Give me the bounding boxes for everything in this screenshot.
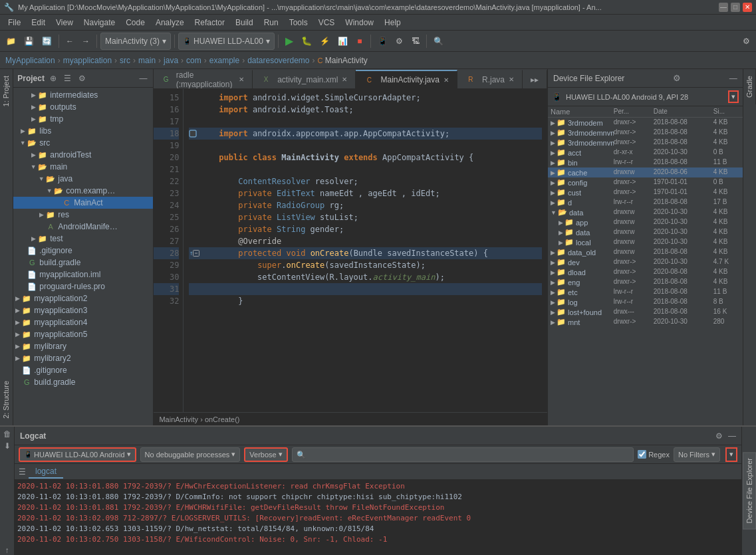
tree-item-outputs[interactable]: ▶ 📁 outputs	[13, 101, 153, 113]
menu-window[interactable]: Window	[340, 17, 379, 29]
structure-tab[interactable]: 2: Structure	[0, 374, 13, 425]
tab-gradle-close[interactable]: ✕	[239, 76, 244, 83]
header-icon1[interactable]: ⊕	[47, 72, 59, 84]
tree-item-myappiml[interactable]: 📄 myapplication.iml	[13, 269, 153, 280]
tab-rjava-close[interactable]: ✕	[509, 76, 514, 83]
menu-edit[interactable]: Edit	[26, 17, 51, 29]
fe-row-cust[interactable]: ▶📁cust drwxr->1970-01-014 KB	[548, 187, 743, 197]
menu-refactor[interactable]: Refactor	[189, 17, 230, 29]
breadcrumb-myapplication2[interactable]: myapplication	[63, 56, 112, 65]
menu-help[interactable]: Help	[379, 17, 406, 29]
device-explorer-gear[interactable]: ⚙	[673, 73, 681, 83]
tree-item-myapp3[interactable]: ▶ 📁 myapplication3	[13, 304, 153, 316]
device-explorer-minimize[interactable]: —	[729, 74, 737, 83]
code-content[interactable]: import android.widget.SimpleCursorAdapte…	[184, 89, 547, 412]
minimize-button[interactable]: —	[719, 3, 728, 12]
tree-item-intermediates[interactable]: ▶ 📁 intermediates	[13, 89, 153, 101]
fe-row-d[interactable]: ▶📁d lrw-r--r2018-08-0817 B	[548, 197, 743, 207]
tree-item-androidtest[interactable]: ▶ 📁 androidTest	[13, 149, 153, 161]
profile-button[interactable]: 📊	[334, 33, 351, 50]
tree-item-buildgradle2[interactable]: G build.gradle	[13, 376, 153, 388]
device-dropdown[interactable]: 📱 HUAWEI LLD-AL00 ▾	[178, 33, 275, 50]
menu-code[interactable]: Code	[120, 17, 150, 29]
tree-item-myapp2[interactable]: ▶ 📁 myapplication2	[13, 292, 153, 304]
stop-button[interactable]: ■	[352, 33, 367, 50]
tab-gradle[interactable]: G radle (:myapplication) ✕	[154, 70, 253, 88]
fe-row-config[interactable]: ▶📁config drwxr->1970-01-010 B	[548, 177, 743, 187]
toolbar-back[interactable]: ←	[63, 33, 77, 50]
toolbar-settings[interactable]: ⚙	[739, 33, 753, 50]
logcat-icon-clear[interactable]: 🗑	[3, 429, 11, 439]
fe-row-lost-found[interactable]: ▶📁lost+found drwx---2018-08-0816 K	[548, 307, 743, 317]
device-select-dropdown[interactable]: 📱 HUAWEI LLD-AL00 Android ▾	[19, 447, 136, 462]
logcat-icon-up[interactable]: ↑	[5, 546, 9, 555]
breadcrumb-dataresoverdemo[interactable]: dataresoverdemo	[247, 56, 309, 65]
fe-row-bin[interactable]: ▶📁bin lrw-r--r2018-08-0811 B	[548, 158, 743, 167]
menu-navigate[interactable]: Navigate	[78, 17, 120, 29]
toolbar-forward[interactable]: →	[78, 33, 93, 50]
tree-item-src[interactable]: ▼ 📂 src	[13, 137, 153, 149]
tree-item-gitignore[interactable]: 📄 .gitignore	[13, 245, 153, 257]
filters-dropdown-extra[interactable]: ▾	[725, 447, 737, 462]
tree-item-res[interactable]: ▶ 📁 res	[13, 209, 153, 221]
project-tab[interactable]: 1: Project	[0, 69, 13, 113]
breadcrumb-com[interactable]: com	[186, 56, 201, 65]
toolbar-search[interactable]: 🔍	[430, 33, 447, 50]
tree-item-tmp[interactable]: ▶ 📁 tmp	[13, 113, 153, 125]
toolbar-save[interactable]: 💾	[21, 33, 37, 50]
tree-item-myapp5[interactable]: ▶ 📁 myapplication5	[13, 328, 153, 340]
menu-build[interactable]: Build	[230, 17, 259, 29]
tab-java-close[interactable]: ✕	[443, 76, 449, 84]
fe-row-cache[interactable]: ▶📁cache drwxrw2020-08-064 KB	[548, 167, 743, 177]
menu-tools[interactable]: Tools	[284, 17, 313, 29]
header-minimize[interactable]: —	[137, 72, 149, 84]
project-structure[interactable]: 🏗	[408, 33, 423, 50]
header-icon3[interactable]: ⚙	[76, 72, 88, 84]
run-button[interactable]: ▶	[282, 33, 297, 50]
maximize-button[interactable]: □	[731, 3, 740, 12]
tree-item-main[interactable]: ▼ 📂 main	[13, 161, 153, 173]
toolbar-sync[interactable]: 🔄	[39, 33, 55, 50]
avd-manager[interactable]: 📱	[374, 33, 391, 50]
menu-analyze[interactable]: Analyze	[150, 17, 189, 29]
regex-checkbox[interactable]	[638, 450, 646, 459]
device-dropdown-btn[interactable]: ▾	[728, 90, 739, 103]
menu-vcs[interactable]: VCS	[313, 17, 340, 29]
menu-run[interactable]: Run	[259, 17, 284, 29]
tree-item-java[interactable]: ▼ 📂 java	[13, 173, 153, 185]
fe-row-acct[interactable]: ▶📁acct dr-xr-x2020-10-300 B	[548, 148, 743, 158]
tree-item-gitignore2[interactable]: 📄 .gitignore	[13, 364, 153, 376]
tree-item-mainactivity[interactable]: C MainAct	[13, 197, 153, 209]
fe-row-etc[interactable]: ▶📁etc lrw-r--r2018-08-0811 B	[548, 287, 743, 297]
tree-item-libs[interactable]: ▶ 📁 libs	[13, 125, 153, 137]
fe-row-data-local[interactable]: ▶📁local drwxrw2020-10-304 KB	[548, 237, 743, 247]
process-select-dropdown[interactable]: No debuggable processes ▾	[140, 447, 241, 462]
debug-button[interactable]: 🐛	[298, 33, 315, 50]
sdk-manager[interactable]: ⚙	[392, 33, 407, 50]
tree-item-com-example[interactable]: ▼ 📂 com.examp…	[13, 185, 153, 197]
logcat-minimize[interactable]: —	[728, 431, 736, 441]
logcat-icon-scroll[interactable]: ⬇	[4, 441, 11, 451]
fe-row-data-app[interactable]: ▶📁app drwxrw2020-10-304 KB	[548, 217, 743, 227]
toolbar-open-folder[interactable]: 📁	[3, 33, 19, 50]
fe-row-dload[interactable]: ▶📁dload drwxr->2020-08-084 KB	[548, 267, 743, 277]
tree-item-buildgradle[interactable]: G build.gradle	[13, 257, 153, 269]
tree-item-mylibrary[interactable]: ▶ 📁 mylibrary	[13, 340, 153, 352]
logcat-content[interactable]: 2020-11-02 10:13:01.880 1792-2039/? E/Hw…	[15, 480, 741, 555]
filters-dropdown[interactable]: No Filters ▾	[674, 447, 720, 462]
fe-row-mnt[interactable]: ▶📁mnt drwxr->2020-10-30280	[548, 317, 743, 327]
fe-row-log[interactable]: ▶📁log lrw-r--r2018-08-088 B	[548, 297, 743, 307]
run-with-coverage-button[interactable]: ⚡	[316, 33, 333, 50]
tab-mainactivity[interactable]: C MainActivity.java ✕	[356, 70, 457, 88]
breadcrumb-myapplication[interactable]: MyApplication	[5, 56, 55, 65]
tab-xml-close[interactable]: ✕	[342, 76, 347, 83]
tree-item-test[interactable]: ▶ 📁 test	[13, 233, 153, 245]
fe-row-3rdmodemnvm[interactable]: ▶📁3rdmodemnvm drwxr->2018-08-084 KB	[548, 128, 743, 138]
fe-row-3rdmodem[interactable]: ▶📁3rdmodem drwxr->2018-08-084 KB	[548, 118, 743, 128]
breadcrumb-mainactivity[interactable]: C MainActivity	[318, 56, 368, 65]
tree-item-mylibrary2[interactable]: ▶ 📁 mylibrary2	[13, 352, 153, 364]
logcat-gear[interactable]: ⚙	[715, 431, 723, 441]
fe-row-data-data[interactable]: ▶📁data drwxrw2020-10-304 KB	[548, 227, 743, 237]
logcat-tab[interactable]: logcat	[29, 465, 63, 479]
level-select-dropdown[interactable]: Verbose ▾	[244, 447, 287, 462]
